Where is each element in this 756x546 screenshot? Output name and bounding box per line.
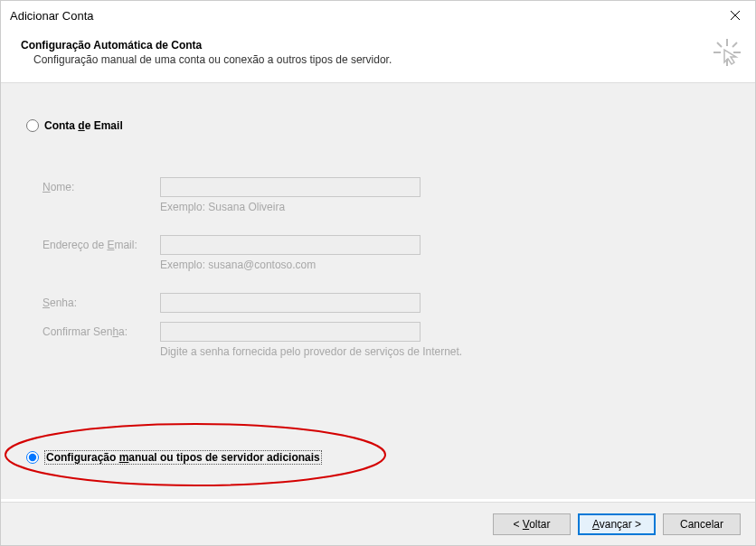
cursor-sparkle-icon	[712, 37, 742, 71]
email-account-radio[interactable]	[26, 119, 39, 132]
name-row: Nome:	[43, 177, 730, 197]
confirm-input	[160, 322, 421, 342]
cancel-button[interactable]: Cancelar	[663, 513, 741, 535]
email-row: Endereço de Email:	[43, 235, 730, 255]
email-label: Endereço de Email:	[43, 239, 160, 251]
name-input	[160, 177, 421, 197]
confirm-label: Confirmar Senha:	[43, 325, 160, 338]
close-icon	[730, 10, 741, 21]
name-label: Nome:	[43, 181, 160, 193]
manual-config-label: Configuração manual ou tipos de servidor…	[44, 450, 322, 465]
email-account-option[interactable]: Conta de Email	[26, 119, 730, 132]
confirm-row: Confirmar Senha:	[43, 322, 730, 342]
manual-config-option[interactable]: Configuração manual ou tipos de servidor…	[26, 450, 322, 465]
window-title: Adicionar Conta	[10, 9, 94, 23]
add-account-window: Adicionar Conta Configuração Automática …	[0, 0, 756, 546]
name-hint: Exemplo: Susana Oliveira	[160, 201, 730, 213]
svg-line-7	[732, 42, 737, 47]
password-input	[160, 293, 421, 313]
password-label: Senha:	[43, 297, 160, 309]
back-button[interactable]: < Voltar	[493, 513, 571, 535]
password-hint: Digite a senha fornecida pelo provedor d…	[160, 345, 730, 358]
header-subheading: Configuração manual de uma conta ou cone…	[33, 53, 737, 66]
close-button[interactable]	[714, 1, 755, 30]
password-row: Senha:	[43, 293, 730, 313]
next-button[interactable]: Avançar >	[578, 513, 656, 535]
email-input	[160, 235, 421, 255]
manual-config-radio[interactable]	[26, 451, 39, 464]
body-section: Conta de Email Nome: Exemplo: Susana Oli…	[1, 83, 755, 499]
svg-line-6	[717, 42, 722, 47]
header-section: Configuração Automática de Conta Configu…	[1, 30, 755, 83]
email-hint: Exemplo: susana@contoso.com	[160, 259, 730, 271]
titlebar: Adicionar Conta	[1, 1, 755, 30]
footer: < Voltar Avançar > Cancelar	[1, 502, 755, 545]
header-heading: Configuração Automática de Conta	[21, 39, 737, 52]
email-account-label: Conta de Email	[44, 119, 123, 132]
form-grid: Nome: Exemplo: Susana Oliveira Endereço …	[43, 177, 730, 358]
